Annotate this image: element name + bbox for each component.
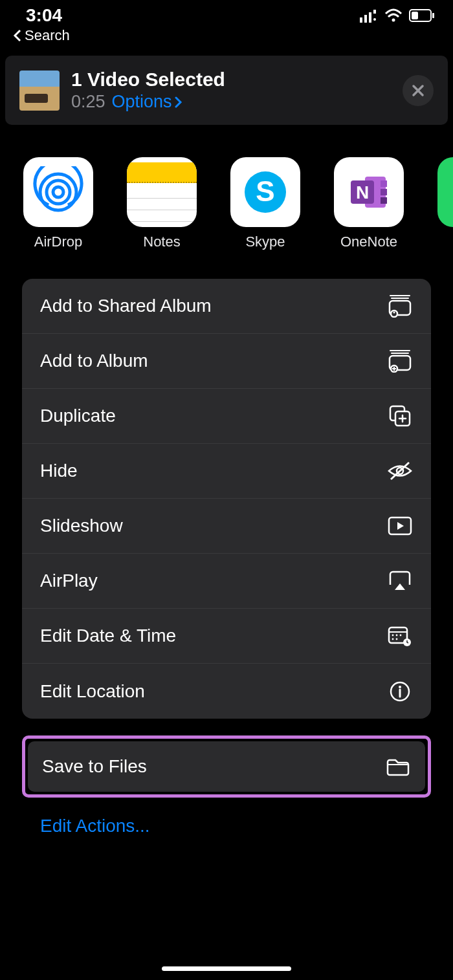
action-label: Edit Location	[40, 681, 145, 702]
share-title: 1 Video Selected	[71, 69, 225, 91]
notes-icon	[127, 157, 197, 227]
svg-point-10	[47, 180, 70, 204]
video-duration: 0:25	[71, 92, 105, 112]
app-label: Notes	[143, 234, 180, 250]
edit-actions-label: Edit Actions...	[40, 816, 150, 836]
hide-icon	[387, 461, 413, 481]
action-add-album[interactable]: Add to Album	[22, 334, 431, 389]
action-duplicate[interactable]: Duplicate	[22, 389, 431, 444]
svg-point-34	[396, 635, 398, 637]
svg-point-36	[392, 638, 394, 640]
svg-point-33	[392, 635, 394, 637]
close-icon	[411, 83, 425, 98]
back-label: Search	[25, 27, 70, 44]
home-indicator[interactable]	[162, 966, 291, 971]
share-app-skype[interactable]: S Skype	[229, 157, 302, 250]
svg-point-37	[396, 638, 398, 640]
action-edit-date-time[interactable]: Edit Date & Time	[22, 609, 431, 664]
back-to-search[interactable]: Search	[0, 26, 453, 50]
chevron-left-icon	[13, 29, 22, 42]
svg-line-29	[391, 463, 409, 479]
share-app-notes[interactable]: Notes	[126, 157, 198, 250]
battery-icon	[409, 9, 435, 22]
svg-point-9	[53, 187, 63, 197]
onenote-icon: N	[334, 157, 404, 227]
action-edit-location[interactable]: Edit Location	[22, 664, 431, 719]
options-label: Options	[112, 92, 172, 112]
calendar-clock-icon	[387, 625, 413, 647]
action-add-shared-album[interactable]: Add to Shared Album	[22, 279, 431, 334]
svg-rect-15	[381, 180, 387, 187]
app-label: AirDrop	[34, 234, 83, 250]
svg-rect-16	[381, 189, 387, 195]
action-slideshow[interactable]: Slideshow	[22, 499, 431, 554]
svg-point-40	[399, 686, 401, 688]
airplay-icon	[387, 571, 413, 591]
video-thumbnail[interactable]	[19, 71, 60, 111]
wifi-icon	[384, 8, 403, 23]
duplicate-icon	[387, 404, 413, 428]
action-hide[interactable]: Hide	[22, 444, 431, 499]
action-label: Slideshow	[40, 516, 123, 536]
action-label: Add to Shared Album	[40, 296, 212, 316]
app-label: Skype	[245, 234, 285, 250]
svg-rect-8	[412, 12, 418, 19]
action-label: Save to Files	[42, 756, 147, 777]
svg-rect-17	[381, 197, 387, 204]
cellular-icon	[360, 8, 378, 23]
location-info-icon	[387, 681, 413, 702]
svg-point-5	[392, 19, 395, 22]
svg-text:S: S	[256, 175, 274, 207]
whatsapp-icon	[437, 157, 453, 227]
slideshow-icon	[387, 516, 413, 536]
svg-rect-2	[369, 12, 371, 23]
svg-rect-1	[364, 15, 367, 23]
action-save-to-files[interactable]: Save to Files	[28, 741, 425, 792]
share-header: 1 Video Selected 0:25 Options	[5, 56, 448, 125]
options-link[interactable]: Options	[112, 92, 182, 112]
skype-icon: S	[230, 157, 300, 227]
save-to-files-highlight: Save to Files	[22, 735, 431, 798]
svg-point-4	[373, 18, 376, 21]
app-label: OneNote	[340, 234, 397, 250]
svg-text:N: N	[356, 182, 369, 202]
action-label: Hide	[40, 461, 78, 481]
share-app-airdrop[interactable]: AirDrop	[22, 157, 94, 250]
share-app-whatsapp[interactable]: Wh	[436, 157, 453, 250]
folder-icon	[385, 757, 411, 776]
action-label: Duplicate	[40, 406, 116, 426]
close-button[interactable]	[403, 75, 434, 106]
shared-album-icon	[387, 294, 413, 318]
status-indicators	[360, 8, 435, 23]
status-time: 3:04	[26, 5, 62, 26]
add-album-icon	[387, 349, 413, 373]
action-label: Edit Date & Time	[40, 626, 176, 646]
status-bar: 3:04	[0, 0, 453, 26]
svg-point-35	[400, 635, 402, 637]
share-apps-row[interactable]: AirDrop Notes S Skype N OneNote Wh	[0, 135, 453, 250]
svg-rect-7	[432, 13, 434, 18]
svg-rect-3	[373, 10, 376, 14]
share-app-onenote[interactable]: N OneNote	[333, 157, 405, 250]
action-label: Add to Album	[40, 351, 148, 371]
edit-actions-link[interactable]: Edit Actions...	[0, 798, 453, 836]
action-airplay[interactable]: AirPlay	[22, 554, 431, 609]
actions-list: Add to Shared Album Add to Album Duplica…	[22, 279, 431, 719]
action-label: AirPlay	[40, 571, 98, 591]
chevron-right-icon	[175, 96, 182, 109]
airdrop-icon	[23, 157, 93, 227]
svg-rect-0	[360, 17, 362, 23]
svg-point-23	[393, 312, 395, 314]
